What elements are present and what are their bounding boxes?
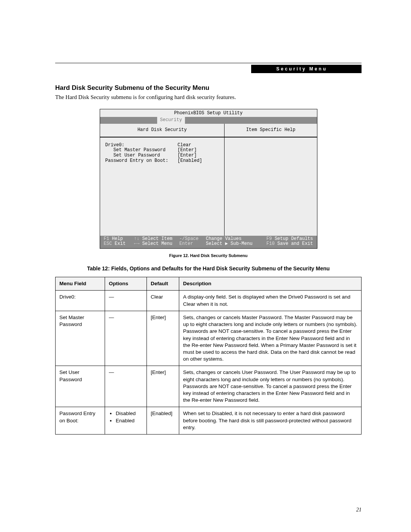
bios-line-value: [Enter]: [178, 148, 197, 153]
cell-default: [Enter]: [147, 366, 179, 407]
bios-screenshot: PhoenixBIOS Setup Utility Security Hard …: [100, 109, 317, 249]
bios-line-label: Set Master Password: [105, 148, 178, 153]
bios-line-value: Clear: [178, 143, 191, 148]
th-options: Options: [105, 277, 147, 291]
cell-description: When set to Disabled, it is not necessar…: [179, 407, 362, 435]
page-number: 21: [356, 507, 362, 513]
table-header-row: Menu Field Options Default Description: [56, 277, 362, 291]
cell-options: —: [105, 311, 147, 366]
bios-line: Password Entry on Boot:[Enabled]: [105, 158, 219, 164]
th-description: Description: [179, 277, 362, 291]
table-row: Set Master Password—[Enter]Sets, changes…: [56, 311, 362, 366]
cell-description: Sets, changes or cancels User Password. …: [179, 366, 362, 407]
bios-footer-row: ESC Exit←→ Select MenuEnterSelect ▶ Sub-…: [104, 241, 313, 247]
bios-left-title: Hard Disk Security: [100, 124, 225, 137]
bios-line-label: Drive0:: [105, 143, 178, 148]
bios-line-label: Set User Password: [105, 153, 178, 158]
bios-tab-security: Security: [157, 117, 185, 125]
cell-options: —: [105, 366, 147, 407]
cell-description: A display-only field. Set is displayed w…: [179, 291, 362, 311]
header-bar: Security Menu: [251, 65, 362, 73]
top-rule: [55, 63, 362, 63]
th-menu-field: Menu Field: [56, 277, 105, 291]
table-caption: Table 12: Fields, Options and Defaults f…: [55, 265, 362, 272]
bios-line: Set User Password[Enter]: [105, 153, 219, 158]
th-default: Default: [147, 277, 179, 291]
bios-line: Set Master Password[Enter]: [105, 148, 219, 153]
cell-options: —: [105, 291, 147, 311]
cell-default: Clear: [147, 291, 179, 311]
bios-line-value: [Enabled]: [178, 158, 202, 164]
bios-help-body: [225, 137, 317, 236]
bios-footer-row: F1 Help↑↓ Select Item-/SpaceChange Value…: [104, 236, 313, 242]
cell-default: [Enter]: [147, 311, 179, 366]
cell-field: Password Entry on Boot:: [56, 407, 105, 435]
bios-body: Drive0:Clear Set Master Password[Enter] …: [100, 137, 225, 236]
bios-line-value: [Enter]: [178, 153, 197, 158]
section-title: Hard Disk Security Submenu of the Securi…: [55, 84, 362, 92]
cell-field: Set User Password: [56, 366, 105, 407]
table-row: Set User Password—[Enter]Sets, changes o…: [56, 366, 362, 407]
cell-default: [Enabled]: [147, 407, 179, 435]
bios-menubar: Security: [100, 117, 317, 124]
option-item: Enabled: [116, 417, 143, 424]
intro-paragraph: The Hard Disk Security submenu is for co…: [55, 94, 362, 101]
option-item: Disabled: [116, 410, 143, 417]
bios-subtitles: Hard Disk Security Item Specific Help: [100, 124, 317, 137]
bios-line: Drive0:Clear: [105, 143, 219, 148]
bios-line-label: Password Entry on Boot:: [105, 158, 178, 164]
bios-title: PhoenixBIOS Setup Utility: [100, 109, 317, 117]
figure-caption: Figure 12. Hard Disk Security Submenu: [55, 253, 362, 258]
bios-footer: F1 Help↑↓ Select Item-/SpaceChange Value…: [100, 236, 317, 249]
cell-options: DisabledEnabled: [105, 407, 147, 435]
cell-field: Drive0:: [56, 291, 105, 311]
fields-table: Menu Field Options Default Description D…: [55, 277, 362, 435]
cell-field: Set Master Password: [56, 311, 105, 366]
table-row: Drive0:—ClearA display-only field. Set i…: [56, 291, 362, 311]
table-row: Password Entry on Boot:DisabledEnabled[E…: [56, 407, 362, 435]
bios-right-title: Item Specific Help: [225, 124, 317, 137]
cell-description: Sets, changes or cancels Master Password…: [179, 311, 362, 366]
